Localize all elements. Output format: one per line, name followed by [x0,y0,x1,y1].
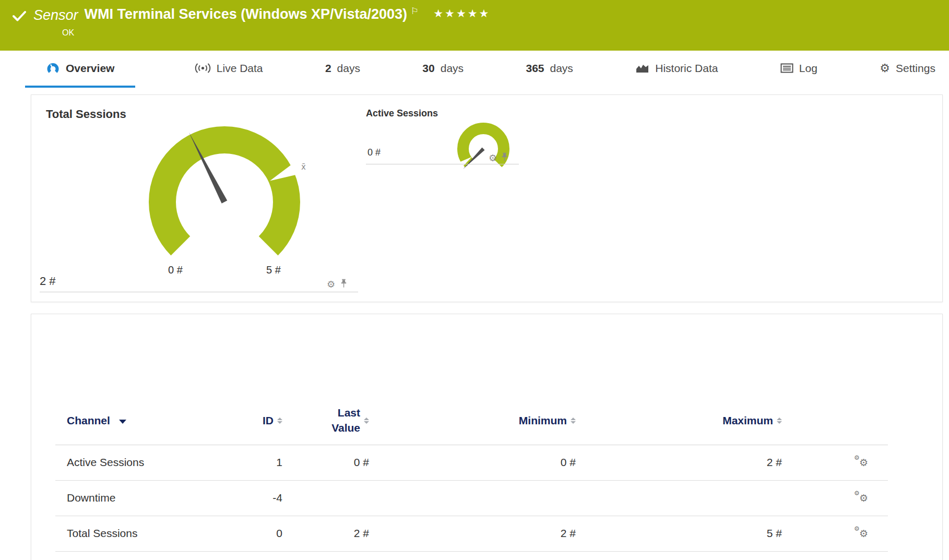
channels-table: Channel ID Last Value [55,397,888,552]
gauge-icon [46,62,60,75]
area-chart-icon [635,63,649,74]
sort-icon[interactable] [364,418,369,424]
tab-log[interactable]: Log [777,51,821,88]
tab-label: days [337,62,360,75]
pin-icon[interactable] [340,279,347,290]
cell-maximum: 5 # [576,516,782,551]
tab-label: Historic Data [655,62,718,75]
gauge-max-label: 5 # [266,264,281,276]
tab-historic-data[interactable]: Historic Data [632,51,721,88]
active-sessions-gauge [449,119,517,179]
pin-icon[interactable] [501,152,508,164]
table-header-row: Channel ID Last Value [55,397,888,445]
object-type-label: Sensor [33,7,78,23]
tab-label: Live Data [217,62,263,75]
gauge-min-label: 0 # [168,264,183,276]
sensor-status-badge: OK [62,28,949,38]
sensor-title: WMI Terminal Services (Windows XP/Vista/… [85,6,407,22]
channel-gear-icon[interactable]: ⚙ [327,280,335,289]
channel-settings-gear-icon[interactable]: ⚙⚙ [854,455,868,468]
header-id[interactable]: ID [201,397,282,445]
table-row: Active Sessions 1 0 # 0 # 2 # ⚙⚙ [55,445,888,480]
broadcast-icon [195,62,211,74]
tab-number: 365 [526,62,544,75]
cell-maximum [576,480,782,516]
tab-settings[interactable]: ⚙ Settings [876,51,939,88]
channel-gear-icon[interactable]: ⚙ [489,153,497,163]
gear-icon: ⚙ [880,63,890,74]
tab-number: 2 [325,62,331,75]
active-sessions-title: Active Sessions [366,108,438,119]
tab-bar: Overview Live Data 2 days 30 days 365 da… [0,51,949,88]
tab-label: days [550,62,573,75]
average-marker-label: x̄ [301,162,306,172]
cell-id: 0 [201,516,282,551]
cell-minimum [369,480,576,516]
cell-id: -4 [201,480,282,516]
tab-2-days[interactable]: 2 days [322,51,363,88]
cell-minimum: 0 # [369,445,576,480]
active-sessions-value: 0 # [367,147,381,158]
divider [366,164,519,164]
cell-last-value: 2 # [282,516,369,551]
cell-minimum: 2 # [369,516,576,551]
cell-id: 1 [201,445,282,480]
tab-number: 30 [422,62,434,75]
tab-label: Settings [896,62,935,75]
tab-label: Log [799,62,817,75]
tab-label: Overview [66,62,114,75]
header-last-value[interactable]: Last Value [282,397,369,445]
total-sessions-title: Total Sessions [46,108,126,121]
channel-settings-gear-icon[interactable]: ⚙⚙ [854,490,868,503]
tab-30-days[interactable]: 30 days [419,51,467,88]
sensor-header: Sensor WMI Terminal Services (Windows XP… [0,0,949,51]
channel-settings-gear-icon[interactable]: ⚙⚙ [854,526,868,539]
cell-maximum: 2 # [576,445,782,480]
cell-channel[interactable]: Downtime [55,480,201,516]
total-sessions-gauge: 0 # 5 # x̄ [125,116,324,283]
status-check-icon [13,10,26,24]
sort-desc-icon [119,420,126,424]
sort-icon[interactable] [277,418,282,424]
channels-panel: Channel ID Last Value [31,314,943,560]
total-sessions-value: 2 # [40,275,56,288]
header-minimum[interactable]: Minimum [369,397,576,445]
gauges-panel: Total Sessions 0 # 5 # x̄ 2 # ⚙ Active S… [31,94,943,302]
cell-last-value [282,480,369,516]
sort-icon[interactable] [777,418,782,424]
flag-icon[interactable]: ⚐ [411,6,419,17]
cell-last-value: 0 # [282,445,369,480]
tab-overview[interactable]: Overview [25,51,135,88]
tab-live-data[interactable]: Live Data [192,51,266,88]
cell-channel[interactable]: Total Sessions [55,516,201,551]
divider [40,292,358,292]
table-row: Downtime -4 ⚙⚙ [55,480,888,516]
cell-channel[interactable]: Active Sessions [55,445,201,480]
priority-stars[interactable]: ★★★★★ [433,7,490,20]
tab-365-days[interactable]: 365 days [523,51,576,88]
sort-icon[interactable] [571,418,576,424]
tab-label: days [441,62,464,75]
log-list-icon [780,63,793,74]
header-actions [782,397,888,445]
header-maximum[interactable]: Maximum [576,397,782,445]
header-channel[interactable]: Channel [55,397,201,445]
table-row: Total Sessions 0 2 # 2 # 5 # ⚙⚙ [55,516,888,551]
